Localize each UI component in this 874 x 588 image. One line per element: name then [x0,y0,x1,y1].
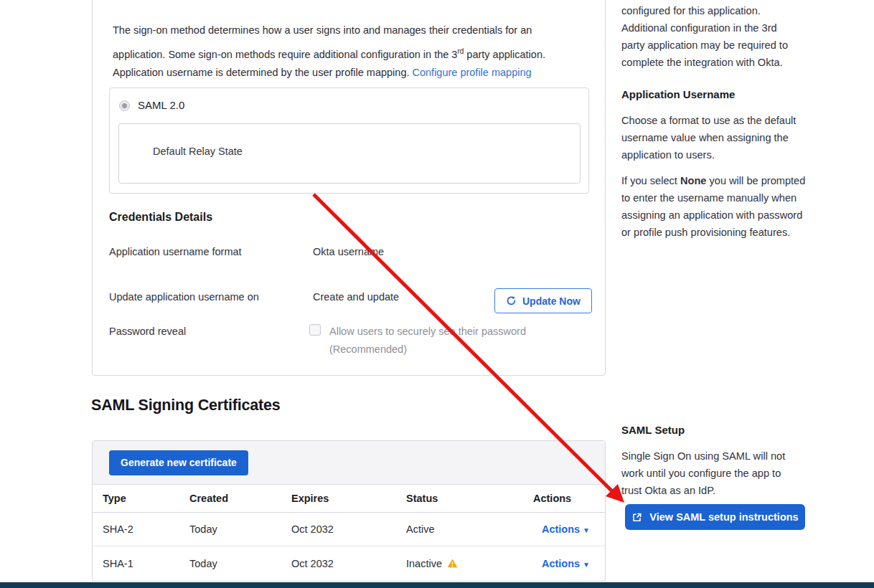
update-username-on-label: Update application username on [109,291,259,303]
table-row: SHA-1 Today Oct 2032 Inactive Actions▼ [93,546,605,580]
status-badge: Inactive [406,558,533,569]
update-username-on-value: Create and update [313,291,399,303]
sidebar-signon-help-text: configured for this application. Additio… [621,2,801,71]
caret-down-icon: ▼ [583,526,590,534]
caret-down-icon: ▼ [583,561,590,569]
default-relay-state-label: Default Relay State [153,146,243,157]
view-saml-setup-instructions-button[interactable]: View SAML setup instructions [625,504,805,530]
certificates-table-header: Type Created Expires Status Actions [93,485,605,513]
configure-profile-mapping-link[interactable]: Configure profile mapping [413,67,532,78]
radio-dot [122,103,127,108]
row-actions-menu[interactable]: Actions▼ [542,558,590,569]
row-actions-menu[interactable]: Actions▼ [542,523,590,535]
saml-setup-text: Single Sign On using SAML will not work … [621,447,802,499]
credentials-details-heading: Credentials Details [109,211,212,224]
generate-new-certificate-button[interactable]: Generate new certificate [109,450,248,475]
cert-expires: Oct 2032 [291,523,406,535]
window-bottom-edge [0,582,874,588]
cert-expires: Oct 2032 [291,558,406,569]
saml-signing-certificates-heading: SAML Signing Certificates [91,397,280,414]
password-reveal-checkbox[interactable] [309,324,321,336]
certificates-table-panel: Generate new certificate Type Created Ex… [92,440,606,582]
col-header-type: Type [103,493,189,504]
status-badge: Active [406,523,533,535]
refresh-icon [506,295,517,306]
username-format-label: Application username format [109,246,242,257]
saml-radio-label: SAML 2.0 [138,99,184,111]
superscript-rd: rd [457,47,464,55]
saml-radio-button[interactable] [119,100,130,111]
password-reveal-label: Password reveal [109,326,186,337]
col-header-actions: Actions [533,493,605,504]
cert-type: SHA-1 [103,558,189,569]
application-username-heading: Application Username [621,88,735,100]
none-emphasis: None [680,175,706,186]
cert-created: Today [189,523,291,535]
col-header-expires: Expires [291,493,406,504]
sign-on-method-description: The sign-on method determines how a user… [113,19,586,65]
password-reveal-description: Allow users to securely see their passwo… [329,323,526,358]
certificates-toolbar: Generate new certificate [93,441,605,485]
table-row: SHA-2 Today Oct 2032 Active Actions▼ [93,513,605,546]
external-link-icon [631,512,642,523]
cert-type: SHA-2 [103,523,189,535]
col-header-status: Status [406,493,533,504]
warning-icon [447,559,458,568]
username-format-value: Okta username [313,246,384,257]
update-now-button[interactable]: Update Now [494,288,592,313]
profile-mapping-note: Application username is determined by th… [113,62,601,82]
cert-created: Today [189,558,291,569]
saml-setup-heading: SAML Setup [621,424,685,436]
col-header-created: Created [189,493,291,504]
application-username-p1: Choose a format to use as the default us… [621,112,809,163]
application-username-p2: If you select None you will be prompted … [621,172,819,241]
